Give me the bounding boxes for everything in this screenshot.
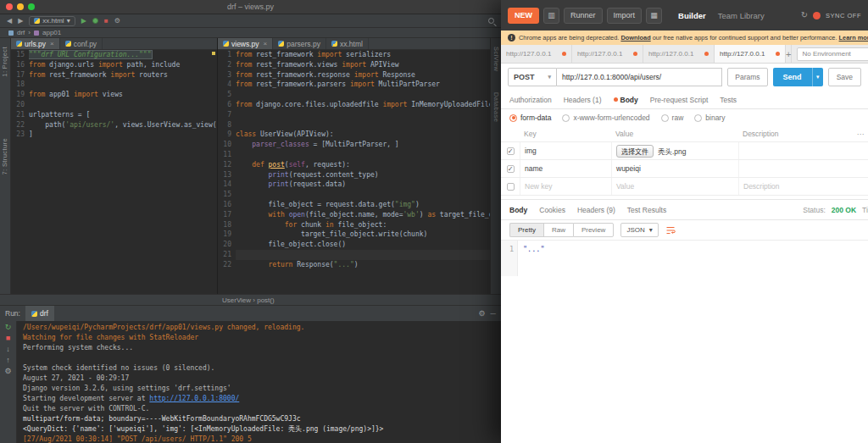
layout-icon[interactable]: ▥ <box>543 8 559 24</box>
code-line[interactable] <box>29 100 217 110</box>
request-tab-3[interactable]: http://127.0.0.1 <box>643 45 715 63</box>
body-type-form-data[interactable]: form-data <box>509 114 551 122</box>
code-line[interactable]: from django.core.files.uploadedfile impo… <box>236 100 490 110</box>
code-line[interactable]: from rest_framework import routers <box>29 70 217 80</box>
request-tab-pre-request-script[interactable]: Pre-request Script <box>650 96 709 104</box>
response-tab-body[interactable]: Body <box>509 206 527 214</box>
new-button[interactable]: NEW <box>508 8 539 24</box>
key-cell[interactable]: img <box>520 142 611 159</box>
scroll-up-icon[interactable]: ↑ <box>6 357 10 364</box>
scroll-down-icon[interactable]: ↓ <box>6 346 10 353</box>
method-breadcrumb[interactable]: UserView › post() <box>222 296 275 304</box>
run-console[interactable]: /Users/wupeiqi/PycharmProjects/drf/app01… <box>17 321 501 443</box>
editor-tab-views-py[interactable]: views.py× <box>218 38 273 49</box>
code-line[interactable]: from django.urls import path, include <box>29 60 217 70</box>
forward-icon[interactable]: ▶ <box>18 18 23 25</box>
row-checkbox[interactable]: ✓ <box>507 165 515 173</box>
code-line[interactable] <box>236 250 490 260</box>
row-checkbox[interactable]: ✓ <box>507 147 515 155</box>
request-tab-body[interactable]: Body <box>614 96 638 104</box>
request-tab-4[interactable]: http://127.0.0.1 <box>715 45 786 63</box>
code-line[interactable]: ] <box>29 130 217 140</box>
code-line[interactable]: return Response("...") <box>236 260 490 270</box>
code-line[interactable]: from rest_framework.response import Resp… <box>236 70 490 80</box>
code-line[interactable]: from rest_framework.parsers import Multi… <box>236 80 490 90</box>
hide-panel-icon[interactable]: ─ <box>491 309 496 318</box>
editor-tab-urls-py[interactable]: urls.py× <box>11 38 60 49</box>
run-configuration-select[interactable]: xx.html ▾ <box>29 16 75 26</box>
zoom-window-button[interactable] <box>28 3 35 10</box>
code-line[interactable]: parser_classes = [MultiPartParser, ] <box>236 140 490 150</box>
code-line[interactable]: with open(file_object.name, mode='wb') a… <box>236 210 490 220</box>
value-cell[interactable]: 选择文件秃头.png <box>611 142 738 159</box>
key-cell[interactable]: New key <box>520 178 611 195</box>
request-tab-2[interactable]: http://127.0.0.1 <box>572 45 643 63</box>
code-line[interactable]: class UserView(APIView): <box>236 130 490 140</box>
search-icon[interactable] <box>488 18 494 24</box>
runner-button[interactable]: Runner <box>564 8 603 24</box>
code-text[interactable]: """drf URL Configuration..."""from djang… <box>29 50 217 294</box>
body-type-binary[interactable]: binary <box>694 114 725 122</box>
back-icon[interactable]: ◀ <box>7 18 12 25</box>
code-text[interactable]: from rest_framework import serializersfr… <box>236 50 490 294</box>
request-tab-authorization[interactable]: Authorization <box>509 96 552 104</box>
response-tab-headers-9[interactable]: Headers (9) <box>577 206 615 214</box>
tool-window-structure[interactable]: 7: Structure <box>1 138 8 175</box>
code-line[interactable]: print(request.data) <box>236 180 490 190</box>
import-button[interactable]: Import <box>607 8 643 24</box>
request-tab-1[interactable]: http://127.0.0.1 <box>501 45 572 63</box>
new-tab-button[interactable]: + <box>786 45 792 63</box>
request-tab-tests[interactable]: Tests <box>720 96 737 104</box>
editor-tab-xx-html[interactable]: xx.html <box>326 38 369 49</box>
code-line[interactable] <box>29 80 217 90</box>
bulk-edit-icon[interactable]: ⋯ <box>853 130 868 138</box>
code-line[interactable]: """drf URL Configuration...""" <box>29 50 217 60</box>
stop-icon[interactable]: ■ <box>104 18 108 25</box>
run-settings-icon[interactable]: ⚙ <box>479 309 486 318</box>
tab-builder[interactable]: Builder <box>678 11 706 20</box>
code-line[interactable]: def post(self, request): <box>236 160 490 170</box>
description-cell[interactable] <box>738 160 853 177</box>
download-link[interactable]: Download <box>620 34 650 42</box>
rerun-icon[interactable]: ↻ <box>5 324 12 331</box>
tool-window-database[interactable]: Database <box>492 92 500 122</box>
description-cell[interactable] <box>738 142 853 159</box>
tab-team-library[interactable]: Team Library <box>718 11 765 20</box>
editor-tab-parsers-py[interactable]: parsers.py <box>273 38 326 49</box>
code-line[interactable] <box>236 90 490 100</box>
view-raw-button[interactable]: Raw <box>543 223 573 237</box>
code-line[interactable]: from app01 import views <box>29 90 217 100</box>
code-line[interactable]: from rest_framework.views import APIView <box>236 60 490 70</box>
breadcrumb-app01[interactable]: app01 <box>42 29 61 36</box>
choose-file-button[interactable]: 选择文件 <box>616 145 654 158</box>
environment-select[interactable]: No Environment ▾ <box>797 47 868 61</box>
code-line[interactable] <box>236 190 490 200</box>
row-checkbox[interactable] <box>507 183 515 191</box>
code-line[interactable] <box>236 110 490 120</box>
urls-code-area[interactable]: 151617181920212223 """drf URL Configurat… <box>11 50 217 294</box>
code-line[interactable] <box>236 120 490 130</box>
close-window-button[interactable] <box>6 3 13 10</box>
body-type-raw[interactable]: raw <box>661 114 684 122</box>
send-button[interactable]: Send <box>773 68 812 86</box>
send-options-icon[interactable]: ▼ <box>812 68 823 86</box>
method-select[interactable]: POST ▾ <box>508 68 557 86</box>
console-settings-icon[interactable]: ⚙ <box>4 368 11 375</box>
sync-off-label[interactable]: SYNC OFF <box>826 12 861 19</box>
tool-window-project[interactable]: 1: Project <box>1 47 8 77</box>
response-tab-cookies[interactable]: Cookies <box>539 206 565 214</box>
view-preview-button[interactable]: Preview <box>573 223 614 237</box>
view-pretty-button[interactable]: Pretty <box>509 223 543 237</box>
params-button[interactable]: Params <box>727 68 767 86</box>
code-line[interactable]: file_object = request.data.get("img") <box>236 200 490 210</box>
code-line[interactable]: path('api/users/', views.UserView.as_vie… <box>29 120 217 130</box>
views-code-area[interactable]: 12345678910111213141516171819202122 from… <box>218 50 490 294</box>
format-select[interactable]: JSON ▾ <box>620 223 658 237</box>
description-cell[interactable]: Description <box>738 178 853 195</box>
code-line[interactable]: for chunk in file_object: <box>236 220 490 230</box>
url-input[interactable]: http://127.0.0.1:8000/api/users/ <box>557 68 722 86</box>
value-cell[interactable]: wupeiqi <box>611 160 738 177</box>
learn-more-link[interactable]: Learn more <box>839 34 868 42</box>
key-cell[interactable]: name <box>520 160 611 177</box>
save-button[interactable]: Save <box>828 68 861 86</box>
